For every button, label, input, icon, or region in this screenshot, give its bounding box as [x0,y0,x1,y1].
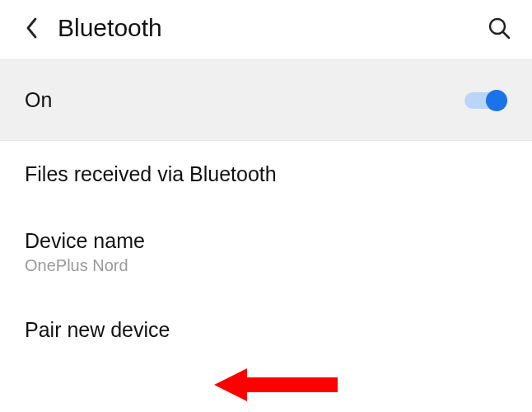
app-header: Bluetooth [0,0,532,59]
bluetooth-state-label: On [25,88,52,112]
device-name-item[interactable]: Device name OnePlus Nord [0,208,532,297]
files-received-label: Files received via Bluetooth [25,162,507,186]
svg-line-1 [503,32,509,38]
back-button[interactable] [16,13,46,43]
search-button[interactable] [483,12,516,44]
toggle-thumb [486,90,507,111]
device-name-label: Device name [25,229,507,253]
files-received-item[interactable]: Files received via Bluetooth [0,141,532,208]
bluetooth-toggle-row[interactable]: On [0,59,532,141]
svg-marker-2 [214,368,338,401]
page-title: Bluetooth [58,14,483,42]
pair-new-device-label: Pair new device [25,318,507,342]
pair-new-device-item[interactable]: Pair new device [0,297,532,363]
annotation-arrow-icon [214,364,338,405]
chevron-left-icon [25,16,38,40]
device-name-value: OnePlus Nord [25,256,507,275]
bluetooth-toggle-switch[interactable] [464,90,507,111]
search-icon [487,16,511,40]
